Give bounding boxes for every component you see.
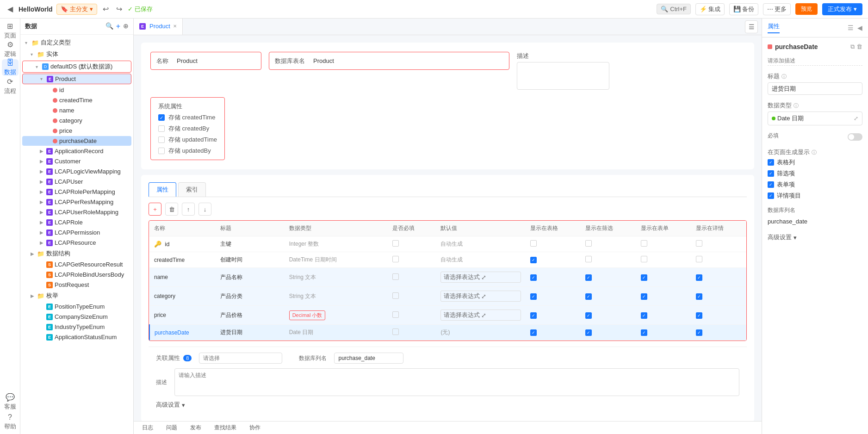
table-col-checkbox[interactable]: ✓: [768, 159, 774, 166]
checkbox-createdBy[interactable]: [158, 125, 165, 132]
in-detail-checkbox[interactable]: ✓: [696, 312, 702, 319]
in-filter-checkbox[interactable]: [585, 240, 592, 247]
move-down-button[interactable]: ↓: [198, 203, 211, 216]
more-button[interactable]: ⋯ 更多: [763, 3, 791, 15]
default-expr-selector[interactable]: 请选择表达式 ⤢: [440, 291, 521, 302]
tree-item-category[interactable]: ▶ category: [22, 116, 131, 125]
sidebar-item-data[interactable]: 🗄 数据: [2, 59, 19, 76]
in-table-checkbox[interactable]: ✓: [530, 257, 537, 263]
detail-item-checkbox[interactable]: ✓: [768, 192, 774, 199]
table-row[interactable]: purchaseDate 进货日期 Date 日期 (无) ✓ ✓ ✓ ✓: [149, 325, 746, 341]
in-form-checkbox[interactable]: [641, 256, 647, 262]
in-table-checkbox[interactable]: ✓: [530, 293, 537, 300]
desc-textarea[interactable]: [174, 368, 739, 396]
required-checkbox[interactable]: [392, 329, 399, 335]
tree-item-companySizeEnum[interactable]: ▶ E CompanySizeEnum: [22, 312, 131, 322]
publish-button[interactable]: 正式发布 ▾: [822, 3, 862, 15]
move-up-button[interactable]: ↑: [182, 203, 195, 216]
in-form-checkbox[interactable]: [641, 240, 647, 247]
collapse-icon[interactable]: ☰: [848, 24, 854, 31]
required-toggle[interactable]: [848, 133, 862, 141]
tree-item-lcapLogicViewMapping[interactable]: ▶ E LCAPLogicViewMapping: [22, 167, 131, 176]
desc-input[interactable]: [517, 62, 609, 90]
tab-list-button[interactable]: ☰: [745, 20, 758, 33]
tree-item-industryTypeEnum[interactable]: ▶ E IndustryTypeEnum: [22, 322, 131, 332]
in-form-checkbox[interactable]: ✓: [641, 274, 647, 281]
checkbox-updatedBy[interactable]: [158, 148, 165, 154]
in-form-checkbox[interactable]: ✓: [641, 293, 647, 300]
checkbox-updatedTime[interactable]: [158, 136, 165, 143]
status-tab-publish[interactable]: 发布: [187, 423, 204, 433]
in-filter-checkbox[interactable]: ✓: [585, 293, 592, 300]
tree-item-positionTypeEnum[interactable]: ▶ E PositionTypeEnum: [22, 302, 131, 311]
table-row[interactable]: createdTime 创建时间 DateTime 日期时间 自动生成 ✓: [149, 252, 746, 268]
branch-selector[interactable]: 🔖 主分支 ▾: [56, 4, 97, 15]
back-button[interactable]: ◀: [6, 3, 15, 15]
in-filter-checkbox[interactable]: [585, 256, 592, 262]
table-row[interactable]: 🔑 id 主键 Integer 整数 自动生成: [149, 236, 746, 252]
db-name-input[interactable]: [309, 55, 392, 67]
tree-item-lcapRole[interactable]: ▶ E LCAPRole: [22, 217, 131, 227]
in-detail-checkbox[interactable]: [696, 240, 702, 247]
sidebar-item-help[interactable]: ? 帮助: [2, 414, 19, 430]
close-right-panel-icon[interactable]: ◀: [857, 24, 862, 31]
in-form-checkbox[interactable]: ✓: [641, 329, 647, 336]
required-checkbox[interactable]: [392, 240, 399, 247]
tree-item-postRequest[interactable]: ▶ S PostRequest: [22, 280, 131, 290]
tree-item-defaultds[interactable]: ▾ D defaultDS (默认数据源): [22, 61, 131, 73]
required-checkbox[interactable]: [392, 311, 399, 318]
in-filter-checkbox[interactable]: ✓: [585, 329, 592, 336]
tree-item-customer[interactable]: ▶ E Customer: [22, 156, 131, 166]
table-row[interactable]: price 产品价格 Decimal 小数 请选择表达式 ⤢: [149, 306, 746, 325]
backup-button[interactable]: 💾 备份: [729, 3, 758, 15]
tree-item-applicationRecord[interactable]: ▶ E ApplicationRecord: [22, 146, 131, 156]
in-detail-checkbox[interactable]: [696, 256, 702, 262]
in-detail-checkbox[interactable]: ✓: [696, 274, 702, 281]
tree-item-applicationStatusEnum[interactable]: ▶ E ApplicationStatusEnum: [22, 332, 131, 342]
tree-item-lcapPerResMapping[interactable]: ▶ E LCAPPerResMapping: [22, 197, 131, 207]
tree-item-lcapUser[interactable]: ▶ E LCAPUser: [22, 177, 131, 186]
table-row[interactable]: category 产品分类 String 文本 请选择表达式 ⤢: [149, 287, 746, 306]
adv-settings-right[interactable]: 高级设置 ▾: [768, 233, 862, 242]
adv-settings[interactable]: 高级设置 ▾: [156, 401, 739, 409]
add-field-button[interactable]: +: [149, 203, 161, 216]
tree-item-name[interactable]: ▶ name: [22, 105, 131, 115]
in-filter-checkbox[interactable]: ✓: [585, 312, 592, 319]
tree-item-product[interactable]: ▾ E Product: [22, 74, 131, 84]
required-checkbox[interactable]: [392, 256, 399, 262]
required-checkbox[interactable]: [392, 292, 399, 299]
in-table-checkbox[interactable]: [530, 240, 537, 247]
default-expr-selector[interactable]: 请选择表达式 ⤢: [440, 272, 521, 283]
in-detail-checkbox[interactable]: ✓: [696, 293, 702, 300]
status-tab-log[interactable]: 日志: [139, 423, 156, 433]
status-tab-findresult[interactable]: 查找结果: [211, 423, 239, 433]
type-select[interactable]: Date 日期 ⤢: [768, 112, 862, 125]
prop-tab-index[interactable]: 索引: [178, 182, 206, 197]
add-desc-input[interactable]: [768, 56, 862, 66]
sidebar-item-pages[interactable]: ⊞ 页面: [2, 22, 19, 39]
default-expr-selector[interactable]: 请选择表达式 ⤢: [440, 310, 521, 321]
copy-field-icon[interactable]: ⧉: [850, 43, 855, 50]
integrate-button[interactable]: ⚡ 集成: [695, 3, 725, 15]
menu-icon[interactable]: ⊕: [123, 22, 129, 31]
related-attr-input[interactable]: [199, 353, 282, 364]
form-item-checkbox[interactable]: ✓: [768, 181, 774, 188]
redo-button[interactable]: ↪: [114, 3, 124, 15]
name-input[interactable]: [172, 55, 255, 67]
tree-item-entity[interactable]: ▾ 📁 实体: [22, 49, 131, 60]
tab-product[interactable]: E Product ✕: [134, 19, 183, 35]
tree-item-custom-types[interactable]: ▾ 📁 自定义类型: [22, 37, 131, 48]
required-checkbox[interactable]: [392, 273, 399, 280]
in-table-checkbox[interactable]: ✓: [530, 312, 537, 319]
in-detail-checkbox[interactable]: ✓: [696, 329, 702, 336]
table-row[interactable]: name 产品名称 String 文本 请选择表达式 ⤢: [149, 268, 746, 287]
tree-item-data-structure[interactable]: ▶ 📁 数据结构: [22, 248, 131, 259]
search-button[interactable]: 🔍 Ctrl+F: [657, 4, 691, 14]
in-table-checkbox[interactable]: ✓: [530, 274, 537, 281]
undo-button[interactable]: ↩: [101, 3, 111, 15]
delete-field-button[interactable]: 🗑: [165, 203, 178, 216]
tree-item-lcapGetResourceResult[interactable]: ▶ S LCAPGetResourceResult: [22, 260, 131, 269]
tree-item-lcapRolePerMapping[interactable]: ▶ E LCAPRolePerMapping: [22, 187, 131, 197]
tree-item-enum[interactable]: ▶ 📁 枚举: [22, 290, 131, 301]
add-item-icon[interactable]: +: [116, 22, 120, 31]
